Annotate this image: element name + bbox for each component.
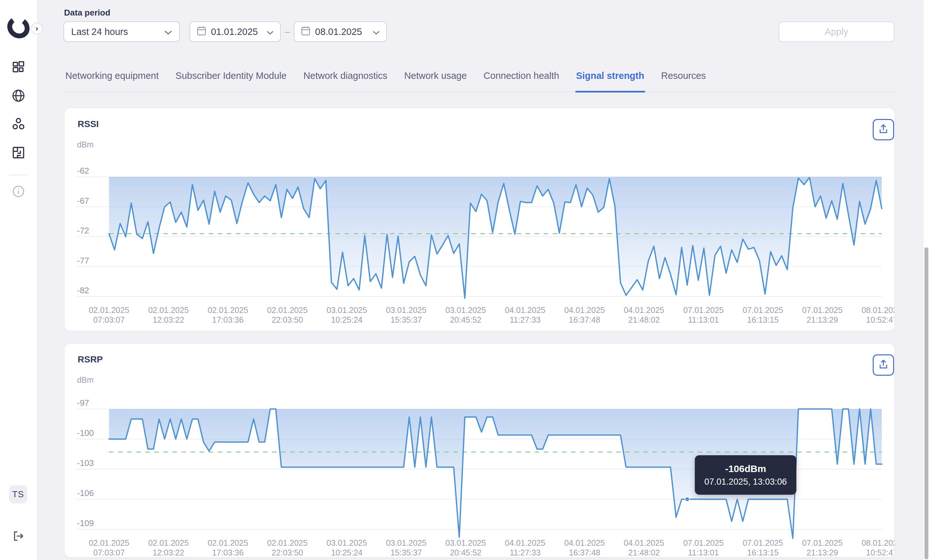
x-tick-label: 03.01.2025 (445, 539, 486, 548)
rsrp-card: -97-100-103-106-10902.01.202507:03:0702.… (65, 344, 894, 557)
y-tick-label: -97 (77, 398, 89, 408)
tab-resources[interactable]: Resources (661, 65, 707, 92)
x-tick-label: 03.01.2025 (327, 306, 367, 315)
x-tick-label: 07.01.2025 (683, 539, 724, 548)
y-tick-label: -82 (77, 286, 89, 295)
export-icon (878, 359, 889, 371)
sidebar-item-info[interactable] (9, 183, 28, 201)
rsrp-y-axis-unit: dBm (77, 375, 94, 385)
x-tick-label: 12:03:22 (153, 315, 184, 324)
x-tick-label: 02.01.2025 (148, 539, 189, 548)
x-tick-label: 20:45:52 (450, 548, 481, 557)
data-period-select[interactable]: Last 24 hours (63, 21, 180, 42)
tab-signal-strength[interactable]: Signal strength (575, 65, 645, 92)
export-icon (878, 124, 889, 136)
date-range-separator: – (281, 21, 294, 42)
x-tick-label: 02.01.2025 (208, 306, 248, 315)
cluster-icon (12, 118, 25, 132)
x-tick-label: 07.01.2025 (802, 306, 843, 315)
x-tick-label: 03.01.2025 (386, 539, 426, 548)
y-tick-label: -103 (77, 458, 94, 468)
x-tick-label: 10:25:24 (331, 315, 362, 324)
x-tick-label: 17:03:36 (212, 315, 244, 324)
sidebar-expand-button[interactable]: › (31, 23, 43, 34)
x-tick-label: 02.01.2025 (89, 539, 129, 548)
tab-subscriber-identity-module[interactable]: Subscriber Identity Module (175, 65, 287, 92)
date-to-value: 08.01.2025 (315, 26, 362, 37)
x-tick-label: 04.01.2025 (624, 539, 664, 548)
sidebar-item-network[interactable] (9, 87, 28, 106)
sidebar-item-groups[interactable] (9, 116, 28, 134)
sidebar-divider (9, 174, 28, 175)
info-icon (12, 185, 25, 199)
x-tick-label: 10:25:24 (331, 548, 362, 557)
x-tick-label: 21:48:02 (628, 548, 659, 557)
x-tick-label: 22:03:50 (272, 315, 303, 324)
tooltip-timestamp: 07.01.2025, 13:03:06 (704, 477, 787, 487)
avatar[interactable]: TS (9, 485, 27, 503)
sidebar-nav (0, 59, 37, 211)
logout-icon (12, 530, 25, 543)
logout-button[interactable] (12, 530, 25, 543)
x-tick-label: 03.01.2025 (445, 306, 486, 315)
tab-networking-equipment[interactable]: Networking equipment (65, 65, 159, 92)
tab-network-usage[interactable]: Network usage (403, 65, 467, 92)
date-from-picker[interactable]: 01.01.2025 (190, 21, 281, 42)
x-tick-label: 07.01.2025 (683, 306, 724, 315)
tab-connection-health[interactable]: Connection health (483, 65, 560, 92)
series-area (109, 177, 882, 298)
calendar-icon (301, 26, 311, 38)
x-tick-label: 03.01.2025 (327, 539, 367, 548)
chevron-down-icon (164, 26, 172, 37)
scrollbar-thumb[interactable] (924, 247, 928, 559)
apply-button[interactable]: Apply (779, 21, 894, 42)
x-tick-label: 10:52:47 (866, 548, 894, 557)
x-tick-label: 16:37:48 (569, 315, 600, 324)
x-tick-label: 02.01.2025 (208, 539, 248, 548)
dashboard-icon (12, 61, 25, 75)
x-tick-label: 04.01.2025 (564, 306, 605, 315)
x-tick-label: 20:45:52 (450, 315, 481, 324)
x-tick-label: 02.01.2025 (267, 306, 308, 315)
x-tick-label: 16:13:15 (747, 315, 779, 324)
data-period-select-value: Last 24 hours (71, 26, 128, 37)
x-tick-label: 03.01.2025 (386, 306, 426, 315)
x-tick-label: 02.01.2025 (267, 539, 308, 548)
x-tick-label: 02.01.2025 (148, 306, 189, 315)
x-tick-label: 16:13:15 (747, 548, 779, 557)
sidebar-item-modules[interactable] (9, 144, 28, 162)
x-tick-label: 15:35:37 (391, 548, 422, 557)
x-tick-label: 12:03:22 (153, 548, 184, 557)
app-logo (7, 15, 30, 41)
calendar-icon (197, 26, 206, 38)
x-tick-label: 15:35:37 (391, 315, 422, 324)
rsrp-chart[interactable]: -97-100-103-106-10902.01.202507:03:0702.… (65, 344, 894, 558)
chevron-down-icon (373, 26, 380, 37)
x-tick-label: 11:27:33 (510, 548, 541, 557)
rsrp-export-button[interactable] (873, 354, 894, 376)
x-tick-label: 16:37:48 (569, 548, 600, 557)
x-tick-label: 02.01.2025 (89, 306, 129, 315)
avatar-initials: TS (12, 490, 24, 500)
rssi-card: -62-67-72-77-8202.01.202507:03:0702.01.2… (65, 108, 894, 331)
x-tick-label: 11:13:01 (688, 548, 719, 557)
rssi-chart[interactable]: -62-67-72-77-8202.01.202507:03:0702.01.2… (65, 108, 894, 332)
date-from-value: 01.01.2025 (211, 26, 258, 37)
scrollbar-track (924, 0, 929, 560)
tab-network-diagnostics[interactable]: Network diagnostics (303, 65, 388, 92)
x-tick-label: 07:03:07 (93, 548, 124, 557)
x-tick-label: 10:52:47 (866, 315, 894, 324)
tabs: Networking equipmentSubscriber Identity … (65, 65, 894, 92)
y-tick-label: -100 (77, 428, 94, 438)
x-tick-label: 21:13:29 (807, 548, 838, 557)
x-tick-label: 07.01.2025 (802, 539, 843, 548)
rssi-chart-title: RSSI (78, 119, 99, 129)
x-tick-label: 04.01.2025 (505, 306, 545, 315)
date-to-picker[interactable]: 08.01.2025 (294, 21, 387, 42)
x-tick-label: 04.01.2025 (564, 539, 605, 548)
x-tick-label: 04.01.2025 (505, 539, 545, 548)
y-tick-label: -106 (77, 488, 94, 498)
active-point (685, 497, 690, 502)
sidebar-item-dashboard[interactable] (9, 59, 28, 77)
rssi-export-button[interactable] (873, 119, 894, 140)
